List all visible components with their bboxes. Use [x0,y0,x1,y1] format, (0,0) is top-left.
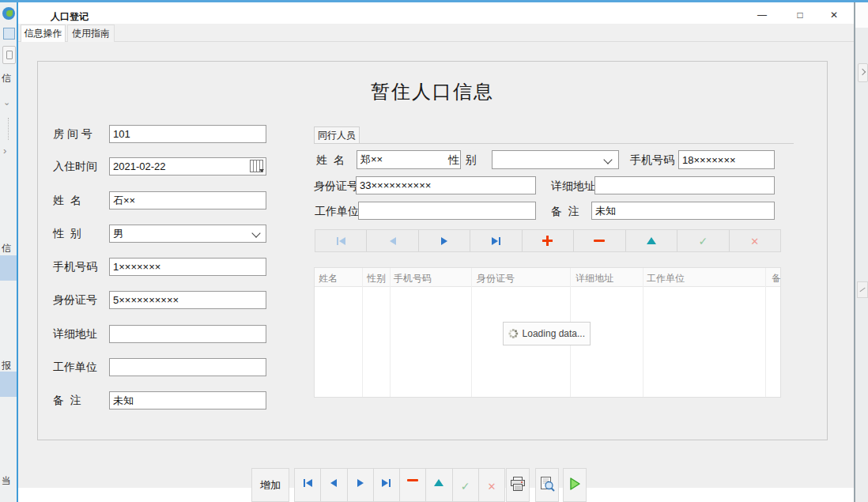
co-insert-button[interactable] [523,230,574,251]
nav-delete-button[interactable] [400,469,426,501]
companion-address-input[interactable] [594,176,775,194]
field-label: 工作单位 [53,360,97,375]
panel-collapse-handle[interactable] [858,63,868,82]
column-divider [471,268,472,397]
co-last-button[interactable] [470,230,522,251]
run-button[interactable] [563,468,587,502]
tab-companions[interactable]: 同行人员 [314,126,360,143]
form-row: 详细地址 [0,325,316,344]
sidebar-partial-label: 信 [2,242,16,255]
device-icon[interactable] [2,46,16,64]
nav-last-button[interactable] [374,469,400,501]
co-first-button[interactable] [315,230,367,251]
companion-id-input[interactable]: 33×××××××××× [356,176,536,194]
parent-sidebar: 信 ⌄ › 信 报 当 [0,2,17,502]
field-label: 性 别 [53,227,81,241]
column-header: 备 [772,272,781,285]
chevron-right-icon[interactable]: › [3,145,6,157]
co-delete-button[interactable] [574,230,625,251]
print-preview-button[interactable] [535,468,559,502]
field-label: 工作单位 [315,205,359,219]
field-label: 手机号码 [630,153,674,168]
co-edit-button[interactable] [626,230,677,251]
field-label: 性 别 [448,153,477,168]
add-button[interactable]: 增加 [251,468,289,502]
co-prior-button[interactable] [367,230,418,251]
last-icon [492,237,498,245]
window-title: 人口登记 [51,10,89,24]
form-row: 手机号码 1××××××× [0,258,316,277]
column-header: 详细地址 [576,272,613,285]
column-divider [390,268,391,397]
edit-icon [647,237,656,244]
address-input[interactable] [109,325,266,343]
companion-note-input[interactable]: 未知 [591,202,775,220]
nav-edit-button[interactable] [426,469,452,501]
prior-icon [330,479,337,487]
co-cancel-button[interactable] [730,230,780,251]
nav-prior-button[interactable] [321,469,347,501]
spinner-icon [508,328,519,339]
column-divider [362,268,363,397]
nav-first-button[interactable] [295,469,321,501]
table-header: 姓名 性别 手机号码 身份证号 详细地址 工作单位 备 [315,268,780,287]
form-row: 入住时间 2021-02-22 [0,157,316,176]
companion-name-input[interactable]: 郑×× [357,150,461,169]
add-button-label: 增加 [260,478,281,493]
nav-cancel-button[interactable] [479,469,504,501]
companion-workplace-input[interactable] [358,202,536,220]
next-icon [441,237,447,245]
maximize-button[interactable]: □ [790,7,810,23]
field-label: 备 注 [53,394,81,408]
phone-input[interactable]: 1××××××× [109,258,266,276]
checkin-date-input[interactable]: 2021-02-22 [109,157,266,176]
sidebar-partial-label: 信 [2,72,16,85]
cross-icon [750,234,759,248]
sidebar-partial-label: 当 [2,474,16,488]
field-label: 身份证号 [53,293,97,308]
note-input[interactable]: 未知 [109,391,266,410]
column-header: 姓名 [319,272,338,285]
first-icon [304,479,305,487]
gender-select[interactable]: 男 [109,225,266,243]
window-titlebar: 人口登记 — □ ✕ [18,2,854,24]
calendar-picker-icon[interactable] [250,160,263,172]
tab-label: 同行人员 [318,129,356,142]
co-next-button[interactable] [419,230,470,251]
chevron-down-icon[interactable]: ⌄ [3,97,10,108]
cross-icon [487,479,496,493]
companion-gender-select[interactable] [492,150,619,169]
companion-phone-input[interactable]: 18××××××× [678,150,775,169]
name-input[interactable]: 石×× [109,191,266,209]
delete-icon [594,240,605,242]
tab-user-guide[interactable]: 使用指南 [67,25,115,42]
insert-icon [542,236,553,246]
last-icon [382,479,388,487]
nav-post-button[interactable] [453,469,479,501]
print-button[interactable] [506,468,530,502]
id-number-input[interactable]: 5×××××××××× [109,291,266,309]
parent-right-panel-top [855,2,868,28]
field-label: 房 间 号 [53,127,92,142]
close-button[interactable]: ✕ [824,7,844,23]
column-header: 手机号码 [394,272,432,285]
co-post-button[interactable] [677,230,729,251]
nav-next-button[interactable] [348,469,374,501]
field-label: 姓 名 [53,194,81,208]
field-label: 详细地址 [551,179,595,194]
first-icon [337,237,338,245]
workplace-input[interactable] [109,358,266,376]
tab-info-operations[interactable]: 信息操作 [21,25,66,42]
bottom-navigator [294,468,505,502]
panel-grip[interactable] [857,281,868,298]
page-title: 暂住人口信息 [37,79,828,104]
window-right-border [854,2,855,502]
tab-label: 使用指南 [72,27,110,40]
toolbar-icon[interactable] [3,28,15,40]
room-number-input[interactable]: 101 [109,125,266,143]
delete-icon [407,479,418,481]
column-header: 身份证号 [477,272,515,285]
loading-indicator: Loading data... [503,322,591,345]
minimize-button[interactable]: — [752,7,772,23]
field-label: 备 注 [551,205,579,219]
